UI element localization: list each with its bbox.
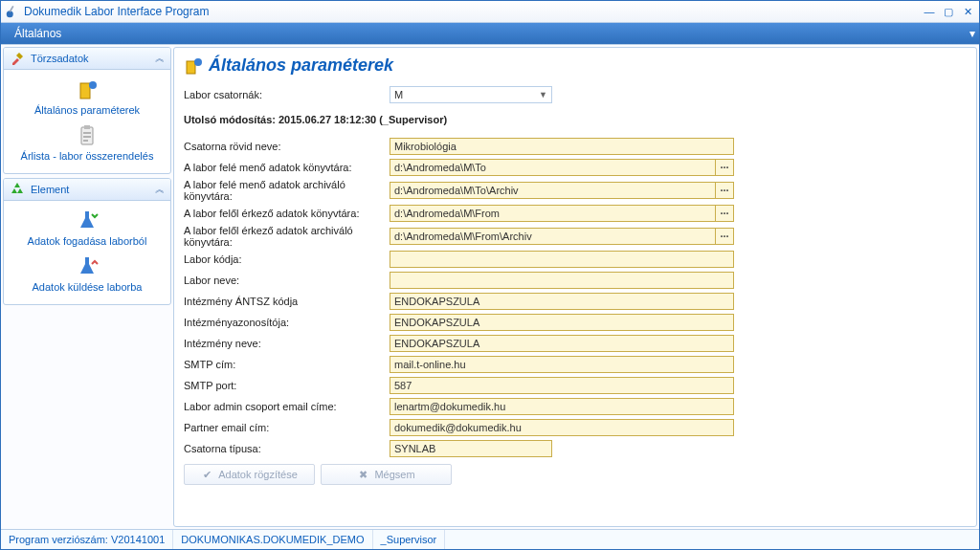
field-label: Labor admin csoport email címe: <box>184 401 390 412</box>
channel-combobox[interactable]: M ▼ <box>390 86 552 103</box>
field-label: SMTP cím: <box>184 359 390 370</box>
sidebar-group-element: Element ︽ Adatok fogadása laborból <box>3 178 171 305</box>
from-dir-input[interactable]: d:\Andromeda\M\From <box>390 208 715 219</box>
content-panel: Általános paraméterek Labor csatornák: M… <box>173 47 977 527</box>
app-icon <box>5 5 18 18</box>
titlebar: Dokumedik Labor Interface Program — ▢ ✕ <box>1 1 979 23</box>
sidebar-item-general-params[interactable]: Általános paraméterek <box>34 77 140 116</box>
field-label: A labor felé menő adatok könyvtára: <box>184 162 390 173</box>
chevron-up-icon: ︽ <box>155 52 165 65</box>
tools-icon <box>10 51 25 66</box>
row-lab-name: Labor neve: <box>184 271 967 290</box>
svg-point-7 <box>194 58 202 66</box>
svg-rect-6 <box>187 61 195 74</box>
menubar-overflow-icon[interactable]: ▾ <box>969 27 975 40</box>
sidebar-group-header[interactable]: Element ︽ <box>4 179 170 201</box>
status-user: _Supervisor <box>373 530 446 549</box>
browse-button[interactable]: ··· <box>715 206 733 221</box>
svg-rect-4 <box>81 127 93 144</box>
button-bar: ✔ Adatok rögzítése ✖ Mégsem <box>184 464 967 485</box>
cancel-button-label: Mégsem <box>374 469 414 480</box>
sidebar-group-master-data: Törzsadatok ︽ Általános paraméterek <box>3 47 171 174</box>
flask-down-icon <box>75 209 100 233</box>
chevron-up-icon: ︽ <box>155 183 165 196</box>
browse-button[interactable]: ··· <box>715 229 733 244</box>
field-label: A labor felé menő adatok archiváló könyv… <box>184 179 390 202</box>
to-archive-dir-input[interactable]: d:\Andromeda\M\To\Archiv <box>390 185 715 196</box>
inst-id-input[interactable] <box>390 314 734 331</box>
check-icon: ✔ <box>201 469 212 480</box>
row-channel-select: Labor csatornák: M ▼ <box>184 85 967 104</box>
field-label: Labor neve: <box>184 275 390 286</box>
sidebar-item-label: Árlista - labor összerendelés <box>21 150 154 162</box>
sidebar-item-label: Adatok fogadása laborból <box>28 235 147 247</box>
sidebar-item-pricelist-mapping[interactable]: Árlista - labor összerendelés <box>21 123 154 162</box>
menubar: Általános ▾ <box>1 23 979 44</box>
row-to-dir: A labor felé menő adatok könyvtára: d:\A… <box>184 158 967 177</box>
sidebar-group-header[interactable]: Törzsadatok ︽ <box>4 48 170 70</box>
row-admin-email: Labor admin csoport email címe: <box>184 397 967 416</box>
clipboard-icon <box>75 123 100 148</box>
browse-button[interactable]: ··· <box>715 183 733 198</box>
antsz-input[interactable] <box>390 293 734 310</box>
menu-general[interactable]: Általános <box>9 25 67 42</box>
svg-rect-5 <box>84 125 90 129</box>
to-dir-input[interactable]: d:\Andromeda\M\To <box>390 162 715 173</box>
status-version: Program verziószám: V20141001 <box>1 530 173 549</box>
inst-name-input[interactable] <box>390 335 734 352</box>
channel-label: Labor csatornák: <box>184 89 390 100</box>
row-smtp-host: SMTP cím: <box>184 355 967 374</box>
sidebar-group-title: Element <box>31 184 69 195</box>
close-button[interactable]: ✕ <box>960 5 975 18</box>
row-from-dir: A labor felől érkező adatok könyvtára: d… <box>184 204 967 223</box>
sidebar-item-send-to-lab[interactable]: Adatok küldése laborba <box>33 254 143 293</box>
field-label: Intézmény ÁNTSZ kódja <box>184 296 390 307</box>
browse-button[interactable]: ··· <box>715 160 733 175</box>
row-to-archive-dir: A labor felé menő adatok archiváló könyv… <box>184 179 967 202</box>
chevron-down-icon: ▼ <box>539 90 547 99</box>
admin-email-input[interactable] <box>390 398 734 415</box>
channel-type-input[interactable] <box>390 440 552 457</box>
last-modified: Utolsó módosítás: 2015.06.27 18:12:30 (_… <box>184 114 967 125</box>
row-smtp-port: SMTP port: <box>184 376 967 395</box>
sidebar-group-title: Törzsadatok <box>31 53 89 64</box>
window-title: Dokumedik Labor Interface Program <box>24 5 209 18</box>
row-from-archive-dir: A labor felől érkező adatok archiváló kö… <box>184 225 967 248</box>
minimize-button[interactable]: — <box>922 5 937 18</box>
lab-code-input[interactable] <box>390 251 734 268</box>
smtp-host-input[interactable] <box>390 356 734 373</box>
from-archive-dir-input[interactable]: d:\Andromeda\M\From\Archiv <box>390 231 715 242</box>
field-label: Intézmény neve: <box>184 338 390 349</box>
channel-value: M <box>394 89 403 100</box>
row-partner-email: Partner email cím: <box>184 418 967 437</box>
row-lab-code: Labor kódja: <box>184 250 967 269</box>
field-label: A labor felől érkező adatok archiváló kö… <box>184 225 390 248</box>
recycle-icon <box>10 182 25 197</box>
short-name-input[interactable] <box>390 138 734 155</box>
page-title: Általános paraméterek <box>209 55 393 76</box>
sidebar-item-label: Adatok küldése laborba <box>33 281 143 293</box>
field-label: Labor kódja: <box>184 253 390 265</box>
smtp-port-input[interactable] <box>390 377 734 394</box>
save-button[interactable]: ✔ Adatok rögzítése <box>184 464 315 485</box>
field-label: SMTP port: <box>184 380 390 391</box>
cross-icon: ✖ <box>357 469 368 480</box>
app-window: Dokumedik Labor Interface Program — ▢ ✕ … <box>0 0 980 550</box>
row-antsz: Intézmény ÁNTSZ kódja <box>184 292 967 311</box>
sidebar-item-receive-from-lab[interactable]: Adatok fogadása laborból <box>28 209 147 247</box>
svg-point-3 <box>89 81 97 89</box>
row-inst-id: Intézményazonosítója: <box>184 313 967 332</box>
row-inst-name: Intézmény neve: <box>184 334 967 353</box>
partner-email-input[interactable] <box>390 419 734 436</box>
maximize-button[interactable]: ▢ <box>941 5 956 18</box>
field-label: Csatorna rövid neve: <box>184 141 390 152</box>
field-label: Partner email cím: <box>184 422 390 433</box>
building-gear-icon <box>184 56 203 76</box>
sidebar: Törzsadatok ︽ Általános paraméterek <box>1 45 173 529</box>
sidebar-item-label: Általános paraméterek <box>34 104 140 116</box>
lab-name-input[interactable] <box>390 272 734 289</box>
field-label: Intézményazonosítója: <box>184 317 390 328</box>
flask-up-icon <box>75 254 100 279</box>
cancel-button[interactable]: ✖ Mégsem <box>321 464 452 485</box>
page-title-row: Általános paraméterek <box>184 55 967 76</box>
